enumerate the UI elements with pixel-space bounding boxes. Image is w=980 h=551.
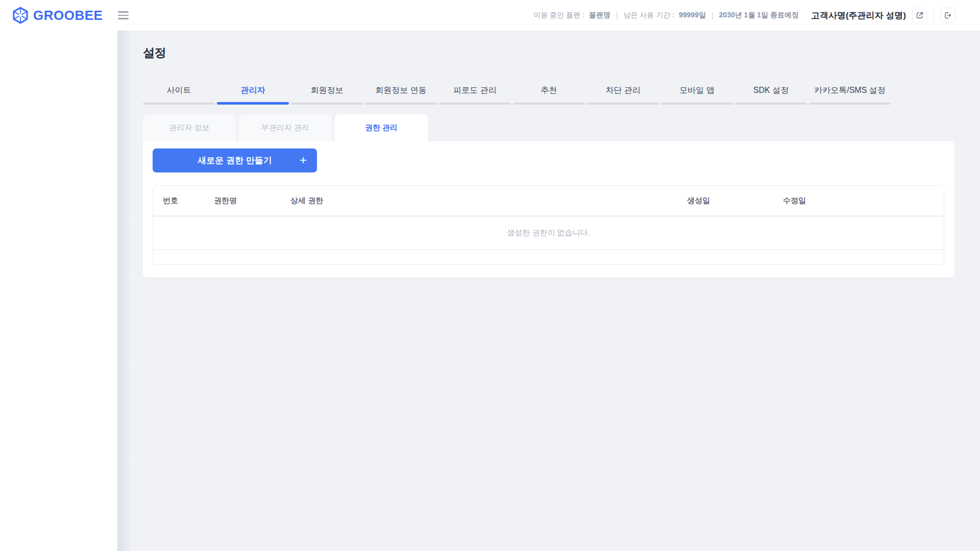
groobee-hexagon-icon [11, 6, 30, 24]
plan-end-date: 2030년 1월 1일 종료예정 [719, 11, 799, 20]
logout-button[interactable] [940, 8, 955, 23]
page-title: 설정 [143, 45, 980, 61]
sidebar [0, 31, 117, 551]
external-link-icon [916, 11, 924, 19]
permission-table: 번호 권한명 상세 권한 생성일 수정일 생성한 권한이 없습니다. [153, 185, 944, 265]
logout-icon [944, 11, 952, 19]
tab-site[interactable]: 사이트 [143, 84, 215, 105]
tab-mobile-app[interactable]: 모바일 앱 [661, 84, 733, 105]
tab-sdk[interactable]: SDK 설정 [735, 84, 807, 105]
empty-state-row: 생성한 권한이 없습니다. [153, 216, 944, 249]
open-external-button[interactable] [912, 8, 927, 23]
plan-name: 플랜명 [589, 11, 610, 20]
account-name: 고객사명(주관리자 성명) [811, 10, 906, 21]
table-header-row: 번호 권한명 상세 권한 생성일 수정일 [153, 186, 944, 216]
remaining-label: 남은 사용 기간 : [623, 11, 674, 20]
plan-separator: | [710, 11, 715, 19]
tab-fatigue[interactable]: 피로도 관리 [439, 84, 511, 105]
main-area: 설정 사이트 관리자 회원정보 회원정보 연동 피로도 관리 추천 차단 관리 [117, 31, 980, 551]
top-header: GROOBEE 이용 중인 플랜 : 플랜명 | 남은 사용 기간 : 9999… [0, 0, 980, 31]
plan-label: 이용 중인 플랜 : [533, 11, 584, 20]
brand-name: GROOBEE [33, 8, 103, 23]
subtab-subadmin[interactable]: 부관리자 관리 [239, 114, 332, 141]
tab-kakao-sms[interactable]: 카카오톡/SMS 설정 [809, 84, 891, 105]
column-permission-name: 권한명 [214, 186, 290, 216]
header-divider [934, 9, 934, 21]
admin-subtab-bar: 관리자 정보 부관리자 관리 권한 관리 [143, 114, 980, 141]
hamburger-menu-icon[interactable] [118, 11, 129, 19]
permission-card: 새로운 권한 만들기 + 번호 권한명 상세 권한 생성일 [143, 141, 954, 278]
tab-member-info-sync[interactable]: 회원정보 연동 [365, 84, 437, 105]
tab-admin[interactable]: 관리자 [217, 84, 289, 105]
column-modified-date: 수정일 [783, 186, 944, 216]
column-permission-detail: 상세 권한 [290, 186, 687, 216]
settings-tab-bar: 사이트 관리자 회원정보 회원정보 연동 피로도 관리 추천 차단 관리 모바일… [143, 84, 980, 105]
column-created-date: 생성일 [687, 186, 783, 216]
plan-info: 이용 중인 플랜 : 플랜명 | 남은 사용 기간 : 99999일 | 203… [533, 11, 799, 20]
tab-member-info[interactable]: 회원정보 [291, 84, 363, 105]
subtab-admin-info[interactable]: 관리자 정보 [143, 114, 236, 141]
table-footer [153, 250, 944, 264]
plan-separator: | [615, 11, 619, 19]
column-number: 번호 [153, 186, 214, 216]
create-permission-button[interactable]: 새로운 권한 만들기 + [153, 148, 317, 172]
remaining-value: 99999일 [679, 11, 706, 20]
subtab-permission[interactable]: 권한 관리 [335, 114, 428, 141]
tab-recommend[interactable]: 추천 [513, 84, 585, 105]
brand-logo[interactable]: GROOBEE [11, 6, 103, 24]
create-permission-label: 새로운 권한 만들기 [198, 155, 272, 166]
tab-block[interactable]: 차단 관리 [587, 84, 659, 105]
plus-icon: + [300, 154, 307, 166]
empty-state-message: 생성한 권한이 없습니다. [153, 216, 944, 249]
